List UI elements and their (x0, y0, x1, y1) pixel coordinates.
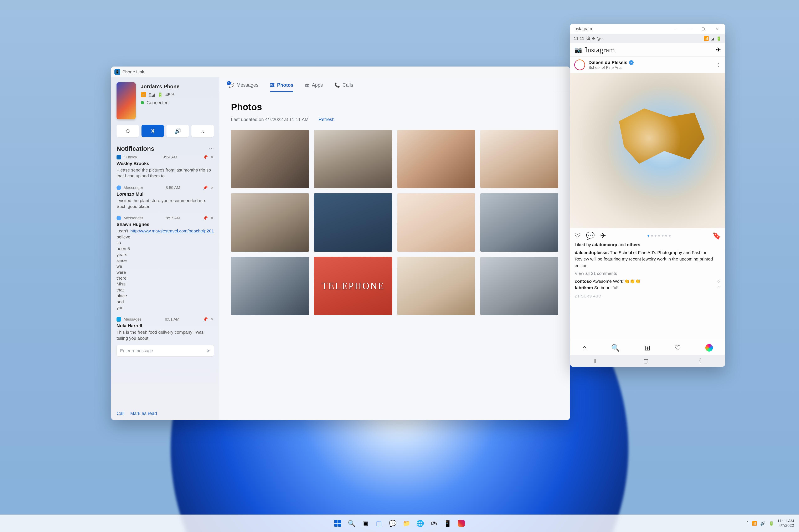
profile-tab-icon[interactable] (705, 344, 713, 352)
caption: daleenduplessis The School of Fine Art's… (575, 249, 721, 269)
wifi-icon[interactable]: 📶 (752, 521, 757, 526)
post-more-icon[interactable]: ⋮ (716, 62, 721, 68)
phone-thumbnail[interactable] (116, 82, 136, 119)
view-comments-link[interactable]: View all 21 comments (575, 270, 721, 277)
store-button[interactable]: 🛍 (428, 517, 440, 529)
start-button[interactable] (332, 517, 344, 529)
task-view-button[interactable]: ▣ (359, 517, 371, 529)
notification-body: I can't believe its been 5 years since w… (116, 228, 214, 310)
dnd-toggle[interactable]: ⊖ (116, 125, 139, 137)
pin-icon[interactable]: 📌 (203, 215, 208, 221)
bookmark-icon[interactable]: 🔖 (712, 231, 721, 240)
like-comment-icon[interactable]: ♡ (716, 284, 721, 291)
photo-thumbnail[interactable] (397, 193, 475, 251)
phone-link-titlebar[interactable]: 📱 Phone Link (111, 66, 570, 77)
notification-item[interactable]: Outlook 9:24 AM 📌 ✕ Wesley Brooks Please… (116, 155, 214, 179)
widgets-button[interactable]: ◫ (373, 517, 385, 529)
direct-messages-icon[interactable]: ✈ (716, 46, 721, 53)
volume-icon[interactable]: 🔊 (760, 521, 765, 526)
post-header: Daleen du Plessis ✓ School of Fine Arts … (570, 57, 725, 73)
photos-grid: TELEPHONE (231, 130, 558, 315)
photo-thumbnail[interactable] (231, 193, 309, 251)
pin-icon[interactable]: 📌 (203, 317, 208, 322)
new-post-icon[interactable]: ⊞ (644, 344, 650, 352)
bluetooth-toggle[interactable] (142, 125, 164, 137)
instagram-titlebar[interactable]: Instagram ⋯ — ▢ ✕ (570, 24, 725, 34)
search-tab-icon[interactable]: 🔍 (611, 344, 620, 352)
minimize-button[interactable]: — (683, 24, 696, 33)
tab-photos[interactable]: 🖼 Photos (270, 82, 293, 92)
battery-icon[interactable]: 🔋 (769, 521, 774, 526)
home-button[interactable]: ▢ (643, 358, 649, 364)
photo-thumbnail[interactable] (314, 130, 392, 188)
notification-sender: Lorenzo Mui (116, 191, 214, 197)
notification-body: Please send the pictures from last month… (116, 167, 214, 179)
notification-sender: Wesley Brooks (116, 161, 214, 166)
home-tab-icon[interactable]: ⌂ (582, 344, 587, 352)
recents-button[interactable]: ⦀ (594, 358, 596, 364)
tab-messages[interactable]: 1 💬 Messages (229, 82, 258, 92)
maximize-button[interactable]: ▢ (696, 24, 710, 33)
likes-line[interactable]: Liked by adatumcorp and others (575, 241, 721, 248)
search-button[interactable]: 🔍 (345, 517, 358, 529)
notifications-list: Outlook 9:24 AM 📌 ✕ Wesley Brooks Please… (116, 155, 214, 407)
mark-read-action[interactable]: Mark as read (130, 411, 157, 416)
phone-link-taskbar-button[interactable]: 📱 (441, 517, 454, 529)
activity-tab-icon[interactable]: ♡ (675, 344, 681, 352)
close-icon[interactable]: ✕ (211, 215, 214, 221)
tab-calls[interactable]: 📞 Calls (334, 82, 353, 92)
photo-thumbnail[interactable] (231, 130, 309, 188)
volume-toggle[interactable]: 🔊 (166, 125, 189, 137)
refresh-button[interactable]: Refresh (319, 117, 334, 122)
back-button[interactable]: 〈 (696, 357, 702, 365)
edge-button[interactable]: 🌐 (414, 517, 426, 529)
phone-link-tabs: 1 💬 Messages 🖼 Photos ▦ Apps 📞 Calls (219, 77, 570, 92)
notification-link[interactable]: http://www.margiestravel.com/beachtrip20… (130, 228, 214, 310)
camera-icon[interactable]: 📷 (574, 46, 582, 53)
like-comment-icon[interactable]: ♡ (716, 278, 721, 285)
quick-toggle-row: ⊖ 🔊 ♫ (116, 125, 214, 137)
photo-thumbnail[interactable] (231, 257, 309, 315)
close-icon[interactable]: ✕ (211, 185, 214, 190)
phone-link-window: 📱 Phone Link Jordan's Phone 📶 ▯◢ 🔋 45% (111, 66, 570, 420)
photo-thumbnail[interactable] (480, 193, 558, 251)
like-icon[interactable]: ♡ (574, 231, 581, 240)
post-username[interactable]: Daleen du Plessis (588, 60, 627, 65)
instagram-taskbar-button[interactable] (455, 517, 467, 529)
chat-button[interactable]: 💬 (387, 517, 399, 529)
call-action[interactable]: Call (116, 411, 124, 416)
tray-overflow-icon[interactable]: ˄ (746, 521, 748, 526)
cellular-icon: ◢ (711, 36, 714, 41)
close-button[interactable]: ✕ (710, 24, 724, 33)
notifications-more-icon[interactable]: ⋯ (209, 146, 214, 152)
reply-input[interactable]: Enter a message ➤ (116, 345, 214, 357)
connected-dot-icon (141, 101, 144, 104)
notification-time: 9:24 AM (163, 155, 177, 159)
taskbar-clock[interactable]: 11:11 AM 4/7/2022 (777, 519, 794, 528)
comment-user[interactable]: contoso (575, 279, 592, 284)
close-icon[interactable]: ✕ (211, 317, 214, 322)
photo-thumbnail[interactable]: TELEPHONE (314, 257, 392, 315)
notification-item[interactable]: Messenger 8:57 AM 📌 ✕ Shawn Hughes I can… (116, 215, 214, 310)
music-toggle[interactable]: ♫ (192, 125, 214, 137)
send-icon[interactable]: ➤ (206, 348, 211, 353)
share-icon[interactable]: ✈ (600, 231, 606, 240)
notification-item[interactable]: Messages 8:51 AM 📌 ✕ Nola Harrell This i… (116, 317, 214, 357)
post-image[interactable] (570, 73, 725, 228)
close-icon[interactable]: ✕ (211, 155, 214, 160)
avatar[interactable] (574, 59, 585, 70)
pin-icon[interactable]: 📌 (203, 185, 208, 190)
comment-user[interactable]: fabrikam (575, 285, 593, 290)
comment-icon[interactable]: 💬 (586, 231, 595, 240)
notification-item[interactable]: Messenger 8:59 AM 📌 ✕ Lorenzo Mui I visi… (116, 185, 214, 210)
file-explorer-button[interactable]: 📁 (400, 517, 412, 529)
photo-thumbnail[interactable] (480, 257, 558, 315)
more-button[interactable]: ⋯ (669, 24, 682, 33)
tab-apps[interactable]: ▦ Apps (305, 82, 323, 92)
system-tray[interactable]: ˄ 📶 🔊 🔋 11:11 AM 4/7/2022 (746, 519, 799, 528)
photo-thumbnail[interactable] (314, 193, 392, 251)
photo-thumbnail[interactable] (397, 257, 475, 315)
pin-icon[interactable]: 📌 (203, 155, 208, 160)
photo-thumbnail[interactable] (397, 130, 475, 188)
photo-thumbnail[interactable] (480, 130, 558, 188)
